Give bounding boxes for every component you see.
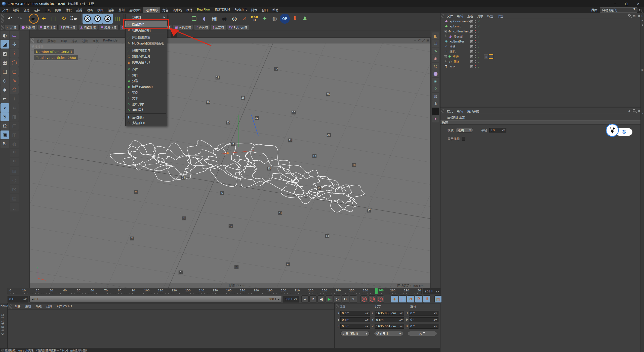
coords-grip[interactable] — [336, 304, 339, 308]
visibility-dot-render[interactable] — [475, 62, 476, 63]
deformer-bend-icon[interactable]: ◖ — [199, 14, 209, 24]
xpresso-tag[interactable]: ◎ — [484, 54, 488, 59]
menu-mospline[interactable]: ∿运动样条 — [126, 107, 167, 113]
layer-icon[interactable] — [470, 65, 473, 68]
play-loop-button[interactable]: ↻ — [342, 295, 349, 303]
rotation-H-input[interactable]: 0 °▲▼ — [409, 311, 438, 316]
layer-icon[interactable] — [470, 25, 473, 28]
om-lock-icon[interactable]: ▣ — [638, 14, 640, 18]
object-row-文本[interactable]: T文本✓ — [440, 64, 644, 69]
viewport-menu-过滤[interactable]: 过滤 — [80, 38, 90, 44]
size-mode-dropdown[interactable]: 绝对尺寸▼ — [374, 331, 403, 336]
material-grip[interactable] — [9, 304, 12, 309]
fieldsbar-grip[interactable] — [1, 25, 4, 29]
visibility-dot-editor[interactable] — [475, 60, 476, 61]
last-tool-icon[interactable]: ⠿► — [69, 14, 79, 24]
rotate-icon[interactable]: ↻ — [59, 14, 69, 24]
menu-流水线[interactable]: 流水线 — [171, 7, 184, 13]
close-button[interactable]: × — [632, 0, 644, 7]
material-tab-纹理[interactable]: 纹理 — [44, 303, 55, 309]
object-row-xpConstraints[interactable]: ✚xpConstraints✓ — [440, 19, 644, 24]
menu-体积[interactable]: 体积 — [63, 7, 74, 13]
mesh-tool-7-icon[interactable]: ◌ — [10, 176, 19, 184]
object-row-xpEmitter[interactable]: ❋xpEmitter✓ — [440, 39, 644, 44]
key-position-button[interactable]: + — [391, 295, 398, 303]
menu-moextrude[interactable]: ◗运动挤压 — [126, 114, 167, 120]
menu-voronoi-fracture[interactable]: ◆破碎 (Voronoi) — [126, 84, 167, 90]
object-row-xpLimit[interactable]: ✚xpLimit✓ — [440, 24, 644, 29]
menu-帮助[interactable]: 帮助 — [270, 7, 281, 13]
strip-lock-icon[interactable]: ▪ — [641, 24, 643, 26]
om-menu-文件[interactable]: 文件 — [445, 13, 455, 19]
question-select-icon[interactable]: ? — [10, 49, 19, 58]
visibility-dot-render[interactable] — [475, 67, 476, 68]
visibility-dot-editor[interactable] — [475, 40, 476, 41]
om-menu-标签[interactable]: 标签 — [485, 13, 495, 19]
om-filter-icon[interactable]: ▦ — [633, 14, 635, 18]
visibility-dot-render[interactable] — [475, 42, 476, 43]
maximize-button[interactable]: ▢ — [621, 0, 632, 7]
environment-floor-icon[interactable]: ▦ — [209, 14, 219, 24]
menu-渲染[interactable]: 渲染 — [106, 7, 116, 13]
menu-编辑[interactable]: 编辑 — [11, 7, 21, 13]
enabled-check-icon[interactable]: ✓ — [477, 30, 480, 33]
enabled-check-icon[interactable]: ✓ — [477, 45, 480, 49]
goto-end-button[interactable]: » — [350, 295, 357, 303]
workplane-lock-icon[interactable]: ▣ — [1, 130, 9, 139]
palette-content-browser-icon[interactable]: ◧ — [432, 32, 439, 39]
scale-icon[interactable]: □ — [49, 14, 59, 24]
visibility-dot-editor[interactable] — [475, 65, 476, 66]
viewport-menu-grip[interactable] — [31, 38, 34, 43]
menu-fracture[interactable]: ♻分裂 — [126, 78, 167, 84]
axis-mode-icon[interactable]: ⌐ — [1, 94, 9, 103]
array-ornament-icon[interactable]: ✦ — [260, 14, 270, 24]
om-menu-对象[interactable]: 对象 — [475, 13, 485, 19]
position-X-input[interactable]: 0 cm▲▼ — [340, 311, 370, 316]
am-search-icon[interactable] — [633, 109, 635, 112]
key-rotation-button[interactable]: ↻ — [407, 295, 414, 303]
layer-icon[interactable] — [470, 20, 473, 23]
visibility-dot-render[interactable] — [475, 47, 476, 48]
menu-radial-clone-tool[interactable]: ◌放射克隆工具 — [126, 53, 167, 59]
material-tab-创建[interactable]: 创建 — [12, 303, 23, 309]
drop-to-floor-icon[interactable]: ⬇ — [290, 14, 300, 24]
current-frame-marker[interactable] — [375, 288, 378, 294]
palette-selection-icon[interactable]: ⣿ — [432, 108, 439, 115]
rotation-B-input[interactable]: 0 °▲▼ — [409, 324, 438, 329]
rotation-P-input[interactable]: 0 °▲▼ — [409, 317, 438, 322]
enabled-check-icon[interactable]: ✓ — [477, 50, 480, 54]
om-menu-书签[interactable]: 书签 — [495, 13, 505, 19]
mesh-tool-8-icon[interactable]: ⋈ — [10, 185, 19, 193]
viewport-menu-面板[interactable]: 面板 — [90, 38, 101, 44]
size-Z-input[interactable]: 1635.061 cm▲▼ — [375, 324, 404, 329]
sphere-tool-icon[interactable]: ◍ — [10, 140, 19, 148]
preview-range-slider[interactable]: ◀ 0 F300 F ▶ — [29, 296, 282, 302]
enabled-check-icon[interactable]: ✓ — [477, 20, 480, 23]
workplane-mode-icon[interactable]: ▦ — [1, 58, 9, 67]
capsule-field-button[interactable]: ⬬胶囊体域 — [99, 25, 118, 30]
viewport-corner-icon-2[interactable]: ⤢ — [422, 38, 425, 42]
psr-zero-icon[interactable]: PSR0 — [250, 14, 260, 24]
om-grip[interactable] — [441, 14, 444, 18]
object-row-克隆[interactable]: −❋克隆✓◎⁘ — [440, 54, 644, 59]
toolbar-grip[interactable] — [1, 14, 4, 23]
position-Z-input[interactable]: 0 cm▲▼ — [340, 324, 370, 329]
visibility-dot-render[interactable] — [475, 52, 476, 53]
layer-icon[interactable] — [470, 35, 473, 38]
rect-select-icon[interactable]: ▢ — [10, 67, 19, 76]
material-tab-功能[interactable]: 功能 — [33, 303, 44, 309]
menu-运动图形[interactable]: 运动图形 — [143, 7, 160, 13]
mesh-tool-6-icon[interactable]: ▨ — [10, 167, 19, 175]
visibility-dot-render[interactable] — [475, 27, 476, 28]
viewport-menu-摄像机[interactable]: 摄像机 — [45, 38, 59, 44]
om-search-icon[interactable] — [628, 14, 631, 17]
timeline-ruler[interactable]: 0102030405060708090100110120130140150160… — [8, 288, 422, 294]
mesh-tool-2-icon[interactable]: ≋ — [10, 103, 19, 112]
move-icon[interactable]: + — [39, 14, 49, 24]
menu-插件[interactable]: 插件 — [184, 7, 195, 13]
layer-icon[interactable] — [470, 60, 473, 63]
visibility-dot-editor[interactable] — [475, 50, 476, 51]
coordinates-icon[interactable]: ⊿ — [239, 14, 250, 24]
lasso-select-icon[interactable]: ∿ — [10, 76, 19, 85]
strip-search-icon[interactable]: ○ — [641, 15, 643, 17]
